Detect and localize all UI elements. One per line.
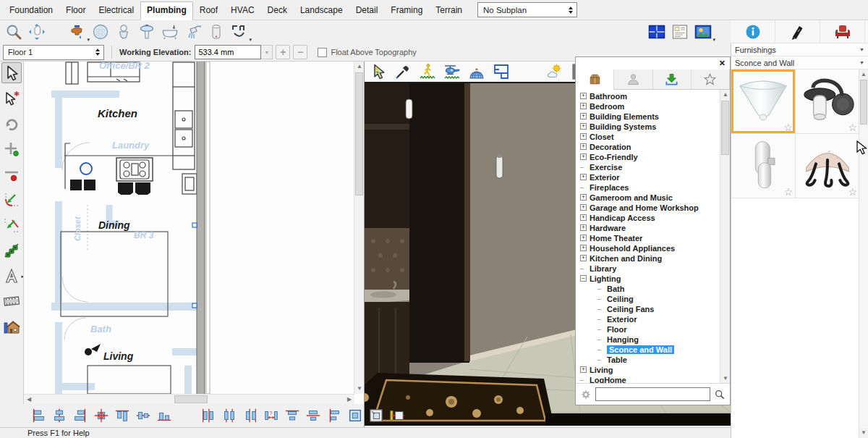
tree-item-exterior[interactable]: +Exterior (576, 172, 720, 182)
tree-item-table[interactable]: ‒Table (576, 355, 720, 365)
favorite-star-icon[interactable]: ☆ (848, 186, 857, 198)
favorite-star-icon[interactable]: ☆ (783, 122, 793, 133)
library-tab-person[interactable] (614, 70, 652, 89)
chair-button[interactable] (820, 20, 865, 43)
tree-item-ceiling[interactable]: ‒Ceiling (576, 294, 720, 304)
tree-expander-icon[interactable]: + (580, 143, 587, 150)
tab-landscape[interactable]: Landscape (294, 1, 349, 20)
row-align-left-button[interactable] (325, 406, 344, 425)
tree-item-garage-and-home-workshop[interactable]: +Garage and Home Workshop (576, 203, 720, 213)
align-center-button[interactable] (50, 406, 69, 425)
shower-button[interactable] (182, 21, 204, 43)
bathtub-button[interactable] (159, 21, 181, 43)
library-tab-package[interactable] (576, 70, 614, 90)
tree-item-fireplaces[interactable]: ‒Fireplaces (576, 182, 720, 193)
eyedropper-button[interactable] (392, 61, 414, 83)
scroll-left-icon[interactable]: ◀ (24, 395, 34, 405)
point-marker-button[interactable] (1, 138, 22, 159)
scroll-up-icon[interactable]: ▲ (859, 70, 868, 80)
sun-cloud-button[interactable] (544, 61, 566, 83)
tree-item-kitchen-and-dining[interactable]: +Kitchen and Dining (576, 253, 720, 264)
library-tab-star[interactable] (692, 70, 730, 89)
walk-button[interactable] (417, 61, 438, 83)
scroll-down-icon[interactable]: ▼ (354, 384, 365, 394)
tab-plumbing[interactable]: Plumbing (140, 1, 193, 20)
working-elevation-input[interactable] (195, 45, 261, 59)
tree-item-home-theater[interactable]: +Home Theater (576, 233, 720, 243)
scroll-down-icon[interactable]: ▼ (720, 374, 730, 383)
tree-expander-icon[interactable]: + (580, 194, 587, 201)
tree-item-library[interactable]: ‒Library (576, 264, 720, 274)
tree-item-ceiling-fans[interactable]: ‒Ceiling Fans (576, 304, 720, 314)
tab-framing[interactable]: Framing (384, 1, 429, 20)
toilet-button[interactable] (113, 21, 135, 43)
tab-roof[interactable]: Roof (193, 1, 224, 20)
close-icon[interactable]: ✕ (719, 59, 726, 67)
search-icon[interactable] (714, 389, 726, 400)
tree-expander-icon[interactable]: + (580, 93, 587, 99)
scroll-up-icon[interactable]: ▲ (720, 90, 730, 100)
make-same-size-button[interactable] (346, 406, 365, 425)
zoom-button[interactable] (3, 21, 25, 43)
camera-view-button[interactable]: ▾ (692, 21, 714, 43)
sprinkler-button[interactable] (1, 240, 22, 261)
scroll-thumb[interactable] (721, 101, 729, 155)
tab-electrical[interactable]: Electrical (92, 1, 140, 20)
tree-item-handicap-access[interactable]: +Handicap Access (576, 213, 720, 223)
tab-floor[interactable]: Floor (59, 1, 92, 20)
tree-expander-icon[interactable]: + (580, 224, 587, 231)
tree-expander-icon[interactable]: + (580, 153, 587, 160)
library-tree-scrollbar[interactable]: ▲ ▼ (720, 90, 730, 383)
tree-item-hardware[interactable]: +Hardware (576, 223, 720, 233)
elevation-decrease-button[interactable]: − (293, 45, 307, 59)
tree-expander-icon[interactable]: + (580, 113, 587, 119)
faucet-button[interactable]: ▾ (67, 21, 88, 43)
walkthrough-button[interactable] (1, 290, 22, 311)
plan-horizontal-scrollbar[interactable]: ◀ ▶ (24, 394, 354, 404)
distribute-center-button[interactable] (220, 406, 239, 425)
tree-item-hanging[interactable]: ‒Hanging (576, 334, 720, 345)
fillet-button[interactable] (1, 189, 22, 210)
helicopter-button[interactable] (441, 61, 463, 83)
align-left-button[interactable] (29, 406, 48, 425)
furnishing-item-fan-sconce[interactable]: ☆ (796, 134, 859, 198)
furnishing-item-barn-sconce[interactable]: ☆ (796, 70, 859, 133)
furnishings-header[interactable]: Furnishings ▼ (731, 43, 868, 56)
select-objects-button[interactable] (1, 88, 22, 109)
line-point-button[interactable] (1, 164, 22, 185)
row-align-top-button[interactable] (283, 406, 302, 425)
elevation-increase-button[interactable]: + (276, 45, 290, 59)
dropdown-caret-icon[interactable]: ▾ (712, 37, 715, 42)
favorite-star-icon[interactable]: ☆ (783, 186, 793, 198)
spinner-icon[interactable] (566, 7, 575, 14)
text-button[interactable]: ▸ (1, 265, 22, 286)
tree-item-exercise[interactable]: ‒Exercise (576, 162, 720, 172)
tree-expander-icon[interactable]: + (580, 235, 587, 241)
tree-item-eco-friendly[interactable]: +Eco-Friendly (576, 152, 720, 162)
tree-item-gameroom-and-music[interactable]: +Gameroom and Music (576, 193, 720, 203)
space-evenly-button[interactable] (262, 406, 281, 425)
category-header[interactable]: Sconce and Wall ▼ (731, 56, 868, 70)
tree-expander-icon[interactable]: + (580, 174, 587, 180)
tree-expander-icon[interactable]: + (580, 123, 587, 130)
scroll-right-icon[interactable]: ▶ (344, 395, 354, 405)
tree-item-lighting[interactable]: −Lighting (576, 274, 720, 284)
float-above-topography-checkbox[interactable] (318, 48, 327, 57)
layout-view-button[interactable] (669, 21, 691, 43)
nested-objects-button[interactable] (367, 406, 386, 425)
tree-item-household-appliances[interactable]: +Household Appliances (576, 243, 720, 253)
tree-item-bath[interactable]: ‒Bath (576, 284, 720, 294)
tree-expander-icon[interactable]: − (580, 275, 587, 282)
tree-item-sconce-and-wall[interactable]: ‒Sconce and Wall (576, 345, 720, 355)
dropdown-caret-icon[interactable]: ▾ (249, 37, 252, 42)
pen-button[interactable] (775, 20, 820, 43)
distribute-right-button[interactable] (241, 406, 260, 425)
tree-expander-icon[interactable]: + (580, 103, 587, 109)
plan-view[interactable]: Office/BR 2KitchenLaundryClosetDiningBR … (23, 62, 364, 404)
select-arrow-button[interactable] (1, 62, 22, 83)
scroll-down-icon[interactable]: ▼ (859, 428, 868, 438)
tree-item-decoration[interactable]: +Decoration (576, 142, 720, 152)
tree-item-closet[interactable]: +Closet (576, 132, 720, 142)
tab-terrain[interactable]: Terrain (429, 1, 469, 20)
scroll-up-icon[interactable]: ▲ (354, 62, 365, 72)
